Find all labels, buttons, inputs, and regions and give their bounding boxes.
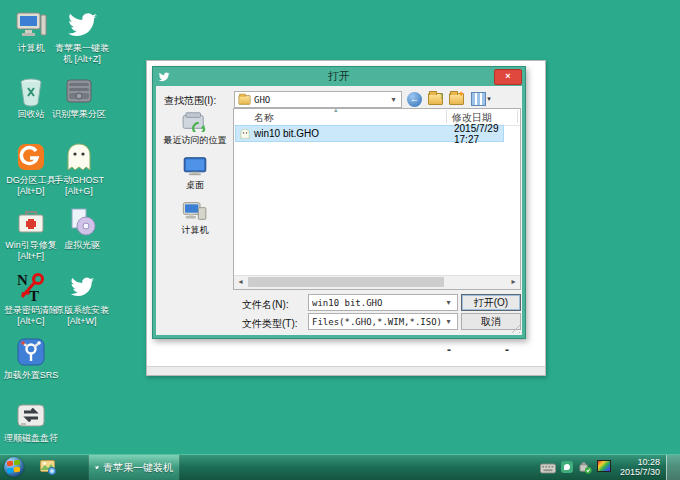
srs-driver-icon <box>14 335 48 369</box>
file-type-value: Files(*.GHO,*.WIM,*.ISO) <box>312 317 443 327</box>
input-method-keyboard-icon[interactable] <box>540 460 556 478</box>
recycle-bin-icon <box>14 74 48 108</box>
scrollbar-thumb[interactable] <box>248 277 444 287</box>
column-header-type[interactable]: 类型 <box>520 111 521 139</box>
look-in-label: 查找范围(I): <box>164 94 216 108</box>
sidebar-item-desktop[interactable]: 桌面 <box>156 179 234 192</box>
folder-icon <box>239 95 251 105</box>
scroll-right-icon[interactable]: ▸ <box>507 276 520 288</box>
original-install-icon <box>65 270 99 304</box>
chevron-down-icon[interactable]: ▾ <box>443 317 454 326</box>
desktop-icon-label: 计算机 <box>2 43 60 54</box>
desktop-icon-label: 登录密码清除 [Alt+C] <box>2 305 60 327</box>
desktop-icon-computer[interactable]: 计算机 <box>2 8 60 54</box>
desktop-icon-label: 虚拟光驱 <box>53 240 111 251</box>
start-button[interactable] <box>4 457 24 477</box>
show-desktop-button[interactable] <box>666 455 680 480</box>
taskbar-button-label: 青苹果一键装机 <box>103 461 173 475</box>
file-list: 名称 ▴ 修改日期 类型 win10 bit.GHO 2015/7/29 17:… <box>233 108 521 290</box>
desktop: 计算机 青苹果一键装机 [Alt+Z] 回收站 识别苹果分区 DG分区工具 [A… <box>0 0 680 480</box>
desktop-icon-label: 识别苹果分区 <box>50 109 108 120</box>
desktop-icon-original-install[interactable]: 原版系统安装 [Alt+W] <box>53 270 111 327</box>
background-window-dash[interactable]: - <box>505 343 509 357</box>
file-name-combobox[interactable]: win10 bit.GHO ▾ <box>308 294 458 311</box>
windows-flag-icon <box>7 461 14 467</box>
file-type-label: 文件类型(T): <box>242 317 298 331</box>
open-dialog-titlebar[interactable]: 打开 × <box>153 67 525 86</box>
background-window-dash[interactable]: - <box>447 343 451 357</box>
file-date-cell: 2015/7/29 17:27 <box>454 123 503 145</box>
ghost-file-icon <box>239 128 251 140</box>
desktop-icon-boot-repair[interactable]: Win引导修复 [Alt+F] <box>2 205 60 262</box>
virtual-cdrom-icon <box>65 205 99 239</box>
computer-icon <box>14 8 48 42</box>
scroll-left-icon[interactable]: ◂ <box>234 276 247 288</box>
desktop-icon-label: 手动GHOST [Alt+G] <box>50 175 108 197</box>
usb-safely-remove-icon[interactable] <box>579 460 592 478</box>
display-color-icon[interactable] <box>597 460 611 472</box>
desktop-icon-label: 理顺磁盘盘符 <box>2 433 60 444</box>
desktop-icon-label: Win引导修复 [Alt+F] <box>2 240 60 262</box>
boot-repair-icon <box>14 205 48 239</box>
desktop-icon-srs-driver[interactable]: 加载外置SRS <box>2 335 60 381</box>
chevron-down-icon[interactable]: ▾ <box>388 95 399 104</box>
harddisk-icon <box>62 74 96 108</box>
column-header-name[interactable]: 名称 <box>254 111 274 125</box>
open-dialog: 打开 × 查找范围(I): GHO ▾ ← ↑ ✦ ▾ <box>152 66 526 339</box>
look-in-combobox[interactable]: GHO ▾ <box>234 91 402 108</box>
taskbar-clock[interactable]: 10:28 2015/7/30 <box>620 457 660 477</box>
file-type-combobox[interactable]: Files(*.GHO,*.WIM,*.ISO) ▾ <box>308 313 458 330</box>
clock-time: 10:28 <box>620 457 660 467</box>
background-window-statusbar <box>147 366 545 375</box>
dialog-app-icon <box>158 71 170 83</box>
file-name-value: win10 bit.GHO <box>312 298 443 308</box>
views-menu-icon[interactable]: ▾ <box>469 91 493 107</box>
password-clear-icon: NT <box>14 270 48 304</box>
file-name-label: 文件名(N): <box>242 298 289 312</box>
green-apple-installer-icon <box>65 8 99 42</box>
desktop-icon-label: 加载外置SRS <box>2 370 60 381</box>
look-in-value: GHO <box>254 95 388 105</box>
new-folder-icon[interactable]: ✦ <box>448 91 465 107</box>
taskbar: 青苹果一键装机 10:28 2015/7/30 <box>0 454 680 480</box>
green-apple-icon <box>95 461 99 474</box>
ghost-icon <box>62 140 96 174</box>
horizontal-scrollbar[interactable]: ◂ ▸ <box>234 275 520 289</box>
back-icon[interactable]: ← <box>406 91 423 107</box>
svg-text:N: N <box>17 272 28 288</box>
sort-caret-icon: ▴ <box>334 108 338 114</box>
diskgenius-icon <box>14 140 48 174</box>
tray-green-apple-icon[interactable] <box>561 461 573 473</box>
desktop-icon-password-clear[interactable]: NT 登录密码清除 [Alt+C] <box>2 270 60 327</box>
close-icon[interactable]: × <box>494 69 522 85</box>
desktop-icon-virtual-cdrom[interactable]: 虚拟光驱 <box>53 205 111 251</box>
desktop-icon-manual-ghost[interactable]: 手动GHOST [Alt+G] <box>50 140 108 197</box>
open-button[interactable]: 打开(O) <box>461 294 521 311</box>
taskbar-button-green-apple[interactable]: 青苹果一键装机 <box>88 455 180 480</box>
svg-text:T: T <box>29 288 39 303</box>
desktop-icon-identify-partition[interactable]: 识别苹果分区 <box>50 74 108 120</box>
file-row-selected[interactable]: win10 bit.GHO 2015/7/29 17:27 <box>235 125 504 142</box>
dialog-content: 查找范围(I): GHO ▾ ← ↑ ✦ ▾ <box>156 86 522 335</box>
dialog-title: 打开 <box>153 69 525 84</box>
desktop-icon-label: 原版系统安装 [Alt+W] <box>53 305 111 327</box>
chevron-down-icon[interactable]: ▾ <box>443 298 454 307</box>
desktop-icon-green-apple-installer[interactable]: 青苹果一键装机 [Alt+Z] <box>53 8 111 65</box>
clock-date: 2015/7/30 <box>620 467 660 477</box>
drive-letter-icon <box>14 398 48 432</box>
recent-places-icon[interactable] <box>180 110 210 132</box>
desktop-icon[interactable] <box>181 156 209 176</box>
photo-viewer-icon[interactable] <box>40 459 57 476</box>
computer-icon[interactable] <box>181 201 209 221</box>
desktop-icon-label: 青苹果一键装机 [Alt+Z] <box>53 43 111 65</box>
desktop-icon-drive-letter[interactable]: 理顺磁盘盘符 <box>2 398 60 444</box>
resize-grip[interactable] <box>512 325 520 333</box>
sidebar-item-recent-places[interactable]: 最近访问的位置 <box>156 134 234 147</box>
sidebar-item-computer[interactable]: 计算机 <box>156 224 234 237</box>
up-one-level-icon[interactable]: ↑ <box>427 91 444 107</box>
